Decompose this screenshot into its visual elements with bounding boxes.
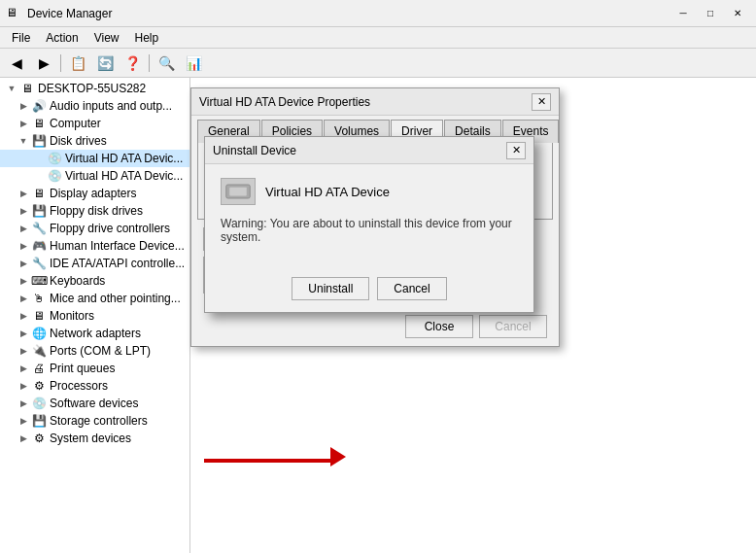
mice-icon: 🖱 bbox=[31, 291, 47, 306]
uninstall-title: Uninstall Device bbox=[213, 144, 506, 157]
uninstall-title-bar: Uninstall Device ✕ bbox=[205, 137, 533, 164]
expand-processors[interactable]: ▶ bbox=[16, 381, 31, 391]
tree-item-storage[interactable]: ▶ 💾 Storage controllers bbox=[0, 412, 189, 430]
expand-network[interactable]: ▶ bbox=[16, 328, 31, 338]
toolbar-separator-1 bbox=[60, 54, 61, 72]
tree-item-print[interactable]: ▶ 🖨 Print queues bbox=[0, 360, 189, 377]
toolbar-scan[interactable]: 🔍 bbox=[154, 52, 179, 75]
uninstall-footer: Uninstall Cancel bbox=[205, 271, 533, 312]
vhd1-label: Virtual HD ATA Devic... bbox=[65, 152, 183, 165]
arrow-head bbox=[330, 447, 346, 467]
tree-item-vhd2[interactable]: 💿 Virtual HD ATA Devic... bbox=[0, 167, 189, 185]
maximize-button[interactable]: □ bbox=[698, 4, 723, 23]
tree-item-mice[interactable]: ▶ 🖱 Mice and other pointing... bbox=[0, 290, 189, 307]
tree-item-ide[interactable]: ▶ 🔧 IDE ATA/ATAPI controlle... bbox=[0, 255, 189, 272]
audio-icon: 🔊 bbox=[31, 98, 47, 114]
toolbar-forward[interactable]: ▶ bbox=[31, 52, 56, 75]
toolbar-extra[interactable]: 📊 bbox=[181, 52, 206, 75]
tree-item-network[interactable]: ▶ 🌐 Network adapters bbox=[0, 325, 189, 342]
expand-floppy-ctrl[interactable]: ▶ bbox=[16, 224, 31, 233]
window-controls: ─ □ ✕ bbox=[670, 4, 750, 23]
expand-system[interactable]: ▶ bbox=[16, 433, 31, 443]
expand-monitors[interactable]: ▶ bbox=[16, 311, 31, 321]
tree-item-processors[interactable]: ▶ ⚙ Processors bbox=[0, 377, 189, 395]
arrow-indicator bbox=[204, 455, 346, 467]
floppy-icon: 💾 bbox=[31, 203, 47, 219]
expand-software[interactable]: ▶ bbox=[16, 398, 31, 408]
tree-item-display[interactable]: ▶ 🖥 Display adapters bbox=[0, 185, 189, 202]
tree-item-floppy-ctrl[interactable]: ▶ 🔧 Floppy drive controllers bbox=[0, 220, 189, 237]
expand-display[interactable]: ▶ bbox=[16, 189, 31, 198]
ports-label: Ports (COM & LPT) bbox=[50, 344, 151, 358]
tree-root[interactable]: ▼ 🖥 DESKTOP-55US282 bbox=[0, 80, 189, 97]
ide-label: IDE ATA/ATAPI controlle... bbox=[50, 257, 185, 270]
system-label: System devices bbox=[50, 432, 131, 445]
disk-label: Disk drives bbox=[50, 134, 107, 148]
expand-computer[interactable]: ▶ bbox=[16, 119, 31, 128]
toolbar-update[interactable]: 🔄 bbox=[92, 52, 118, 75]
close-button[interactable]: ✕ bbox=[725, 4, 750, 23]
minimize-button[interactable]: ─ bbox=[670, 4, 696, 23]
uninstall-cancel-btn[interactable]: Cancel bbox=[377, 277, 446, 300]
expand-human[interactable]: ▶ bbox=[16, 241, 31, 251]
expand-print[interactable]: ▶ bbox=[16, 363, 31, 373]
tree-item-vhd1[interactable]: 💿 Virtual HD ATA Devic... bbox=[0, 150, 189, 167]
tree-item-system[interactable]: ▶ ⚙ System devices bbox=[0, 430, 189, 447]
software-icon: 💿 bbox=[31, 396, 47, 411]
toolbar-properties[interactable]: 📋 bbox=[65, 52, 90, 75]
uninstall-device-image bbox=[221, 178, 256, 205]
expand-storage[interactable]: ▶ bbox=[16, 416, 31, 426]
system-icon: ⚙ bbox=[31, 431, 47, 446]
properties-cancel-button[interactable]: Cancel bbox=[479, 315, 547, 338]
tree-item-software[interactable]: ▶ 💿 Software devices bbox=[0, 395, 189, 412]
vhd1-icon: 💿 bbox=[47, 151, 62, 166]
tree-scroll[interactable]: ▼ 🖥 DESKTOP-55US282 ▶ 🔊 Audio inputs and… bbox=[0, 80, 189, 551]
properties-close-btn[interactable]: ✕ bbox=[532, 93, 551, 111]
expand-root[interactable]: ▼ bbox=[4, 84, 19, 93]
menu-help[interactable]: Help bbox=[127, 29, 167, 47]
uninstall-confirm-btn[interactable]: Uninstall bbox=[292, 277, 369, 300]
floppy-label: Floppy disk drives bbox=[50, 204, 143, 218]
computer-label: Computer bbox=[50, 117, 101, 130]
network-label: Network adapters bbox=[50, 327, 141, 340]
expand-ports[interactable]: ▶ bbox=[16, 346, 31, 356]
uninstall-close-btn[interactable]: ✕ bbox=[506, 142, 526, 159]
tree-item-audio[interactable]: ▶ 🔊 Audio inputs and outp... bbox=[0, 97, 189, 115]
uninstall-warning: Warning: You are about to uninstall this… bbox=[221, 217, 518, 244]
tree-item-disk-drives[interactable]: ▼ 💾 Disk drives bbox=[0, 132, 189, 150]
expand-ide[interactable]: ▶ bbox=[16, 259, 31, 268]
tree-item-computer[interactable]: ▶ 🖥 Computer bbox=[0, 115, 189, 132]
monitors-label: Monitors bbox=[50, 309, 94, 323]
app-title: Device Manager bbox=[27, 7, 670, 20]
uninstall-device-name: Virtual HD ATA Device bbox=[265, 185, 390, 199]
display-label: Display adapters bbox=[50, 187, 136, 200]
vhd2-icon: 💿 bbox=[47, 168, 62, 184]
uninstall-content: Virtual HD ATA Device Warning: You are a… bbox=[205, 164, 533, 271]
tree-item-floppy[interactable]: ▶ 💾 Floppy disk drives bbox=[0, 202, 189, 220]
toolbar-back[interactable]: ◀ bbox=[4, 52, 29, 75]
print-label: Print queues bbox=[50, 362, 115, 375]
tree-item-keyboards[interactable]: ▶ ⌨ Keyboards bbox=[0, 272, 189, 290]
ide-icon: 🔧 bbox=[31, 256, 47, 271]
expand-keyboards[interactable]: ▶ bbox=[16, 276, 31, 286]
expand-floppy[interactable]: ▶ bbox=[16, 206, 31, 216]
display-icon: 🖥 bbox=[31, 186, 47, 201]
processors-icon: ⚙ bbox=[31, 378, 47, 394]
toolbar-help[interactable]: ❓ bbox=[120, 52, 145, 75]
floppy-ctrl-label: Floppy drive controllers bbox=[50, 222, 170, 235]
tree-item-human[interactable]: ▶ 🎮 Human Interface Device... bbox=[0, 237, 189, 255]
toolbar: ◀ ▶ 📋 🔄 ❓ 🔍 📊 bbox=[0, 49, 756, 78]
expand-disk[interactable]: ▼ bbox=[16, 136, 31, 146]
properties-close-button[interactable]: Close bbox=[405, 315, 473, 338]
tree-item-ports[interactable]: ▶ 🔌 Ports (COM & LPT) bbox=[0, 342, 189, 360]
floppy-ctrl-icon: 🔧 bbox=[31, 221, 47, 236]
menu-action[interactable]: Action bbox=[38, 29, 86, 47]
properties-title-bar: Virtual HD ATA Device Properties ✕ bbox=[191, 88, 559, 116]
tree-item-monitors[interactable]: ▶ 🖥 Monitors bbox=[0, 307, 189, 325]
expand-audio[interactable]: ▶ bbox=[16, 101, 31, 111]
menu-file[interactable]: File bbox=[4, 29, 38, 47]
menu-view[interactable]: View bbox=[86, 29, 127, 47]
keyboards-label: Keyboards bbox=[50, 274, 105, 288]
expand-mice[interactable]: ▶ bbox=[16, 294, 31, 303]
app-icon: 🖥 bbox=[6, 6, 21, 21]
